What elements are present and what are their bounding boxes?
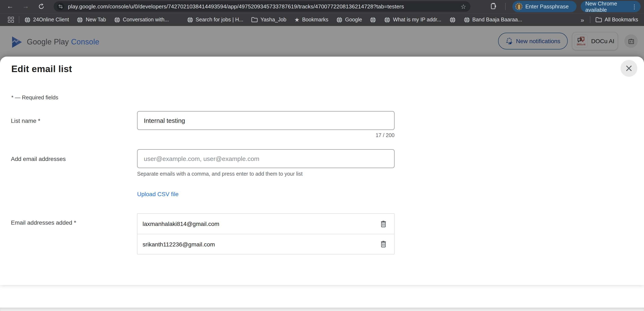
bookmarks-divider [19, 16, 19, 23]
add-email-addresses-input[interactable] [137, 149, 394, 168]
bookmark-folder-yasha-job[interactable]: Yasha_Job [251, 17, 286, 23]
list-name-label: List name * [11, 117, 40, 124]
globe-icon [24, 16, 30, 23]
folder-icon [251, 17, 258, 23]
bookmark-band-baaja[interactable]: Band Baaja Baaraa... [464, 16, 522, 23]
bookmarks-overflow-icon[interactable]: » [581, 16, 584, 23]
globe-icon [384, 16, 390, 23]
trash-icon [380, 220, 386, 228]
email-addresses-added-label: Email addresses added * [11, 219, 76, 226]
globe-icon [449, 16, 456, 23]
delete-email-button[interactable] [377, 238, 389, 250]
bookmark-24online[interactable]: 24Online Client [24, 16, 69, 23]
add-email-addresses-label: Add email addresses [11, 156, 66, 162]
back-icon[interactable]: ← [4, 1, 16, 12]
profile-avatar [515, 3, 522, 10]
modal-title: Edit email list [11, 64, 72, 74]
bookmark-conversation[interactable]: Conversation with... [114, 16, 169, 23]
email-list: laxmanhalaki814@gmail.com srikanth112236… [137, 213, 394, 254]
star-icon: ★ [294, 16, 300, 23]
bookmark-bookmarks[interactable]: ★ Bookmarks [294, 16, 328, 23]
character-counter: 17 / 200 [137, 132, 394, 138]
email-address: srikanth112236@gmail.com [142, 241, 377, 248]
bookmarks-bar: 24Online Client New Tab Conversation wit… [0, 13, 644, 26]
trash-icon [380, 240, 386, 248]
toolbar-divider [505, 3, 506, 10]
globe-icon [77, 16, 83, 23]
bookmark-search-jobs[interactable]: Search for jobs | H... [187, 16, 243, 23]
apps-grid-icon[interactable] [8, 17, 14, 23]
forward-icon[interactable]: → [20, 1, 31, 12]
add-emails-helper-text: Separate emails with a comma, and press … [137, 171, 302, 177]
required-fields-note: * — Required fields [11, 94, 58, 100]
url-bar[interactable]: play.google.com/console/u/0/developers/7… [54, 1, 470, 12]
bookmarks-divider-right [590, 16, 590, 23]
globe-icon [370, 16, 376, 23]
url-text[interactable]: play.google.com/console/u/0/developers/7… [68, 3, 460, 10]
folder-icon [595, 17, 602, 23]
globe-icon [336, 16, 342, 23]
bookmark-google[interactable]: Google [336, 16, 362, 23]
globe-icon [114, 16, 120, 23]
upload-csv-link[interactable]: Upload CSV file [137, 191, 178, 198]
delete-email-button[interactable] [377, 218, 389, 230]
globe-icon [187, 16, 193, 23]
new-chrome-label: New Chrome available [585, 0, 628, 13]
site-info-icon[interactable] [57, 3, 64, 10]
bookmark-new-tab[interactable]: New Tab [77, 16, 106, 23]
globe-icon [464, 16, 470, 23]
email-address: laxmanhalaki814@gmail.com [142, 220, 377, 227]
enter-passphrase-button[interactable]: Enter Passphrase [512, 1, 576, 12]
bookmark-unlabeled-2[interactable] [449, 16, 456, 23]
bookmark-unlabeled-1[interactable] [370, 16, 376, 23]
edit-email-list-modal: Edit email list * — Required fields List… [0, 56, 644, 285]
new-chrome-available-button[interactable]: New Chrome available ⋮ [581, 1, 641, 12]
bottom-edge-strip [0, 308, 644, 311]
all-bookmarks-button[interactable]: All Bookmarks [595, 17, 638, 23]
bookmark-what-is-my-ip[interactable]: What is my IP addr... [384, 16, 441, 23]
reload-icon[interactable] [36, 1, 46, 12]
browser-toolbar: ← → play.google.com/console/u/0/develope… [0, 0, 644, 13]
email-row: laxmanhalaki814@gmail.com [138, 214, 394, 234]
enter-passphrase-label: Enter Passphrase [525, 3, 569, 10]
bookmark-star-icon[interactable]: ☆ [460, 3, 466, 10]
screen: ← → play.google.com/console/u/0/develope… [0, 0, 644, 311]
close-icon [626, 65, 632, 72]
email-row: srikanth112236@gmail.com [138, 234, 394, 254]
list-name-input[interactable] [137, 111, 394, 130]
close-button[interactable] [620, 60, 637, 77]
chrome-menu-icon[interactable]: ⋮ [632, 3, 637, 10]
side-panel-icon[interactable] [490, 2, 498, 11]
